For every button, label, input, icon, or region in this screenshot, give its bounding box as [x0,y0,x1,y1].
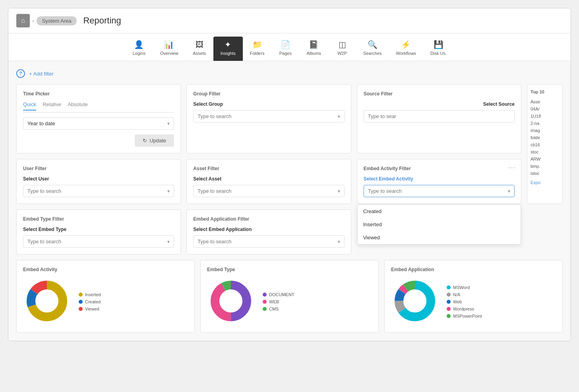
list-item: ARW [531,155,559,163]
folders-icon: 📁 [252,40,262,49]
embed-activity-dropdown-list: Created Inserted Viewed [357,204,521,245]
source-filter-title: Source Filter [364,91,515,97]
embed-type-legend: DOCUMENT WEB CMS [263,292,294,311]
embed-application-chart-title: Embed Application [391,267,556,272]
tab-folders[interactable]: 📁 Folders [243,37,272,61]
legend-dot-viewed [79,307,83,311]
group-filter-card: Group Filter Select Group ▾ [186,84,351,153]
user-filter-input-wrap[interactable]: ▾ [23,185,174,197]
searches-label: Searches [363,51,381,56]
tab-searches[interactable]: 🔍 Searches [356,37,389,61]
user-filter-card: User Filter Select User ▾ [16,159,181,204]
embed-application-filter-label: Select Embed Application [193,227,344,232]
list-item: 04A/ [531,105,559,113]
asset-filter-title: Asset Filter [193,166,344,171]
legend-label-web-app: Web [453,299,462,304]
list-item: 2-na [531,120,559,127]
update-button-label: Update [149,138,166,144]
logins-icon: 👤 [134,40,144,49]
embed-activity-dropdown-icon: ▾ [508,188,510,194]
tab-overview[interactable]: 📊 Overview [153,37,186,61]
embed-application-filter-title: Embed Application Filter [193,216,344,222]
header: ⌂ › System Area Reporting [8,8,571,33]
embed-activity-filter-title: Embed Activity Filter [364,166,515,171]
legend-dot-mspowerpoint [447,314,451,318]
legend-item-na: N/A [447,292,482,297]
charts-row: Embed Activity [16,260,563,333]
dropdown-item-created[interactable]: Created [358,205,521,218]
asset-filter-input[interactable] [198,188,337,194]
embed-application-input-wrap[interactable]: ▾ [193,235,344,248]
legend-label-cms: CMS [269,307,279,311]
time-tab-quick[interactable]: Quick [23,101,36,111]
legend-label-viewed: Viewed [85,307,99,311]
dropdown-item-inserted[interactable]: Inserted [358,218,521,231]
assets-label: Assets [193,51,206,56]
embed-activity-input[interactable] [368,188,508,194]
user-filter-label: Select User [23,176,174,182]
asset-filter-input-wrap[interactable]: ▾ [193,185,344,197]
tab-w2p[interactable]: ◫ W2P [328,37,356,61]
insights-label: Insights [221,51,236,56]
searches-icon: 🔍 [368,40,378,49]
tab-pages[interactable]: 📄 Pages [271,37,299,61]
time-picker-tabs: Quick Relative Absolute [23,101,174,113]
time-picker-card: Time Picker Quick Relative Absolute Year… [16,84,181,153]
embed-type-input-wrap[interactable]: ▾ [23,235,174,248]
asset-filter-card: Asset Filter Select Asset ▾ [186,159,351,204]
user-filter-title: User Filter [23,166,174,171]
legend-label-created: Created [85,299,101,304]
source-filter-input[interactable] [368,113,510,119]
asset-filter-label: Select Asset [193,176,344,182]
tab-insights[interactable]: ✦ Insights [213,37,243,61]
pages-icon: 📄 [281,40,290,49]
main-content: ? + Add filter Time Picker Quick Relativ… [8,61,571,341]
time-tab-relative[interactable]: Relative [43,101,61,111]
tab-disk-usage[interactable]: 💾 Disk Us. [423,37,454,61]
page-title: Reporting [83,16,121,26]
legend-dot-document [263,293,267,297]
group-filter-input[interactable] [198,113,337,119]
embed-application-input[interactable] [198,239,337,245]
source-filter-input-wrap[interactable] [364,110,515,122]
embed-type-chart-content: DOCUMENT WEB CMS [207,277,372,326]
source-filter-card: Source Filter Select Source [357,84,521,153]
top10-export[interactable]: Expo [531,180,559,185]
legend-item-msword: MSWord [447,285,482,290]
source-filter-label: Select Source [364,101,515,107]
help-icon[interactable]: ? [16,69,25,78]
overview-label: Overview [160,51,178,56]
embed-application-chart-card: Embed Application [384,260,563,333]
group-filter-title: Group Filter [193,91,344,97]
tab-workflows[interactable]: ⚡ Workflows [389,37,424,61]
user-dropdown-icon: ▾ [167,188,170,194]
tab-assets[interactable]: 🖼 Assets [186,37,213,61]
embed-application-dropdown-icon: ▾ [338,239,340,245]
dropdown-item-viewed[interactable]: Viewed [358,231,521,244]
home-button[interactable]: ⌂ [16,14,30,27]
embed-type-filter-label: Select Embed Type [23,227,174,232]
tab-albums[interactable]: 📓 Albums [299,37,328,61]
legend-dot-inserted [79,293,83,297]
time-tab-absolute[interactable]: Absolute [68,101,88,111]
tab-logins[interactable]: 👤 Logins [125,37,153,61]
group-filter-input-wrap[interactable]: ▾ [193,110,344,122]
legend-label-web: WEB [269,299,279,304]
card-menu-icon[interactable]: ··· [509,164,516,171]
embed-activity-donut [23,277,71,326]
embed-application-legend: MSWord N/A Web Wordpress [447,285,482,318]
legend-item-inserted: Inserted [79,292,101,297]
logins-label: Logins [133,51,145,56]
embed-type-input[interactable] [27,239,167,245]
embed-activity-chart-content: Inserted Created Viewed [23,277,188,326]
legend-label-document: DOCUMENT [269,292,294,297]
legend-dot-wordpress [447,307,451,311]
embed-activity-input-wrap[interactable]: ▾ [364,185,515,197]
list-item: bmp. [531,163,559,170]
user-filter-input[interactable] [27,188,167,194]
time-period-dropdown[interactable]: Year to date ▾ [23,117,174,130]
embed-type-filter-title: Embed Type Filter [23,216,174,222]
chevron-down-icon: ▾ [167,121,170,126]
add-filter-button[interactable]: + Add filter [29,71,54,77]
update-button[interactable]: ↻ Update [135,134,174,147]
